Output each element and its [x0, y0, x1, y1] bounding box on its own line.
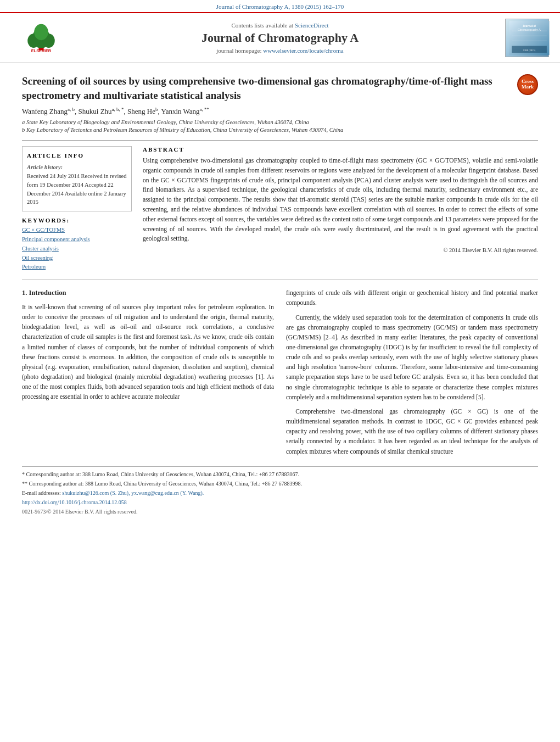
article-title: Screening of oil sources by using compre…: [22, 74, 511, 102]
email-link[interactable]: shukuizhu@126.com (S. Zhu), yx.wang@cug.…: [62, 490, 204, 496]
crossmark-icon: CrossMark: [517, 74, 538, 95]
abstract-text: Using comprehensive two-dimensional gas …: [143, 156, 538, 244]
keywords-heading: Keywords:: [22, 217, 132, 224]
footnote-star2: ** Corresponding author at: 388 Lumo Roa…: [22, 479, 538, 488]
author-sheng: Sheng He: [127, 108, 155, 116]
affiliations: a State Key Laboratory of Biogeology and…: [22, 119, 538, 135]
left-column: ARTICLE INFO Article history: Received 2…: [22, 146, 132, 272]
svg-point-4: [34, 24, 48, 40]
svg-text:1380 (2015): 1380 (2015): [523, 49, 536, 52]
journal-top-bar: Journal of Chromatography A, 1380 (2015)…: [0, 0, 560, 13]
article-container: Screening of oil sources by using compre…: [0, 63, 560, 522]
journal-title: Journal of Chromatography A: [71, 31, 489, 45]
article-info-heading: ARTICLE INFO: [27, 151, 127, 160]
footnotes-section: * Corresponding author at: 388 Lumo Road…: [22, 466, 538, 516]
affiliation-a: a State Key Laboratory of Biogeology and…: [22, 119, 538, 127]
journal-header: ELSEVIER Contents lists available at Sci…: [0, 13, 560, 63]
body-right-col: fingerprints of crude oils with differen…: [286, 288, 538, 461]
doi-line[interactable]: http://dx.doi.org/10.1016/j.chroma.2014.…: [22, 498, 538, 506]
intro-section-title: 1. Introduction: [22, 288, 274, 299]
abstract-heading: ABSTRACT: [143, 146, 538, 153]
journal-citation: Journal of Chromatography A, 1380 (2015)…: [216, 3, 344, 10]
abstract-section: ABSTRACT Using comprehensive two-dimensi…: [143, 146, 538, 272]
intro-para1-cont: fingerprints of crude oils with differen…: [286, 288, 538, 308]
homepage-link[interactable]: www.elsevier.com/locate/chroma: [263, 47, 344, 54]
homepage-line: journal homepage: www.elsevier.com/locat…: [71, 47, 489, 54]
body-text-section: 1. Introduction It is well-known that sc…: [22, 288, 538, 461]
article-title-section: Screening of oil sources by using compre…: [22, 69, 538, 102]
article-info-box: ARTICLE INFO Article history: Received 2…: [22, 146, 132, 211]
keyword-4[interactable]: Oil screening: [22, 254, 132, 263]
authors-line: Wanfeng Zhanga, b, Shukui Zhua, b, *, Sh…: [22, 107, 538, 116]
keyword-3[interactable]: Cluster analysis: [22, 244, 132, 254]
crossmark-badge[interactable]: CrossMark: [517, 74, 538, 95]
keyword-2[interactable]: Principal component analysis: [22, 235, 132, 244]
abstract-copyright: © 2014 Elsevier B.V. All rights reserved…: [143, 247, 538, 253]
sciencedirect-link[interactable]: ScienceDirect: [295, 22, 329, 29]
intro-para3: Comprehensive two-dimensional gas chroma…: [286, 406, 538, 456]
elsevier-tree-icon: ELSEVIER: [19, 23, 63, 53]
keyword-5[interactable]: Petroleum: [22, 263, 132, 272]
elsevier-logo: ELSEVIER: [11, 23, 71, 53]
copyright-line: 0021-9673/© 2014 Elsevier B.V. All right…: [22, 507, 538, 516]
footnote-star1: * Corresponding author at: 388 Lumo Road…: [22, 470, 538, 478]
author-wanfeng: Wanfeng Zhang: [22, 108, 68, 116]
intro-para1: It is well-known that screening of oil s…: [22, 302, 274, 402]
email-footnote: E-mail addresses: shukuizhu@126.com (S. …: [22, 489, 538, 497]
journal-cover-image: Journal of Chromatography A 1380 (2015): [505, 19, 549, 57]
svg-text:Chromatography A: Chromatography A: [518, 28, 541, 31]
keyword-1[interactable]: GC × GC/TOFMS: [22, 226, 132, 235]
svg-text:ELSEVIER: ELSEVIER: [31, 48, 52, 53]
affiliation-b: b Key Laboratory of Tectonics and Petrol…: [22, 126, 538, 135]
author-shukui: Shukui Zhu: [79, 108, 112, 116]
header-center: Contents lists available at ScienceDirec…: [71, 22, 489, 54]
received-date: Received 24 July 2014: [27, 173, 80, 179]
section-divider: [22, 280, 538, 280]
body-left-col: 1. Introduction It is well-known that sc…: [22, 288, 274, 461]
article-info-abstract-section: ARTICLE INFO Article history: Received 2…: [22, 140, 538, 272]
history-label: Article history:: [27, 163, 127, 172]
right-logo-area: Journal of Chromatography A 1380 (2015): [489, 19, 549, 57]
intro-para2: Currently, the widely used separation to…: [286, 313, 538, 402]
svg-text:Journal of: Journal of: [523, 24, 536, 27]
author-yanxin: Yanxin Wang: [161, 108, 200, 116]
contents-line: Contents lists available at ScienceDirec…: [71, 22, 489, 29]
keywords-section: Keywords: GC × GC/TOFMS Principal compon…: [22, 217, 132, 272]
